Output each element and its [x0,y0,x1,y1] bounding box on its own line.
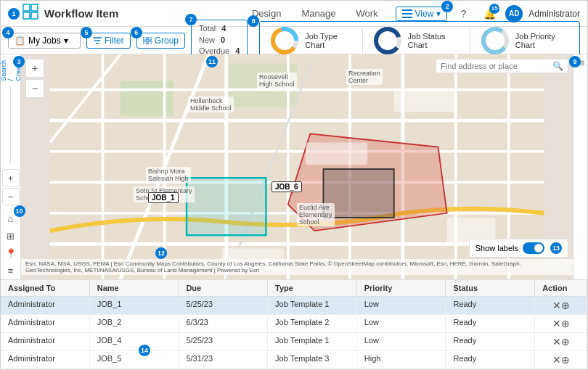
row4-due: 5/31/23 [179,351,268,369]
nav-work[interactable]: Work [353,7,380,20]
svg-rect-1 [31,4,38,11]
priority-chart-label: Job Priority Chart [515,32,571,49]
svg-rect-5 [402,13,412,15]
row1-action[interactable]: ✕⊕ [535,297,587,314]
col-type: Type [268,280,357,296]
callout-9: 9 [569,56,581,67]
callout-13: 13 [550,242,562,254]
callout-4: 4 [2,27,14,38]
map-zoom-out[interactable]: − [25,79,44,98]
jobs-dropdown[interactable]: 📋 My Jobs ▾ [8,33,81,49]
row2-assigned: Administrator [1,315,90,332]
bottom-table: Assigned To Name Due Type Priority Statu… [1,279,587,369]
view-button[interactable]: View ▾ [396,7,448,21]
col-assigned: Assigned To [1,280,90,296]
row2-action[interactable]: ✕⊕ [535,315,587,332]
table-row[interactable]: Administrator JOB_4 5/25/23 Job Template… [1,333,587,351]
map-container[interactable]: HollenbeckMiddle School Bishop MoraSales… [21,54,573,279]
callout-12: 12 [155,247,167,259]
table-row[interactable]: Administrator JOB_2 6/3/23 Job Template … [1,315,587,333]
job-type-chart: Job Type Chart [269,25,353,57]
show-labels-toggle[interactable]: Show labels 13 [469,239,568,258]
sidebar-zoom-in[interactable]: + [2,169,20,186]
svg-rect-0 [23,4,30,11]
new-label: New [199,35,215,46]
left-sidebar: 3 Search / Create + − 10 ⌂ ⊞ 📍 ≡ [1,54,21,279]
row2-status: Ready [446,315,535,332]
map-zoom-in[interactable]: + [25,59,44,78]
row1-due: 5/25/23 [179,297,268,314]
toolbar: 4 📋 My Jobs ▾ 5 Filter 6 Group 7 [1,27,587,54]
svg-rect-45 [306,143,367,165]
row4-assigned: Administrator [1,351,90,369]
dropdown-chevron: ▾ [64,36,68,46]
toggle-knob [534,244,543,252]
svg-rect-4 [402,9,412,11]
map-search-box[interactable]: 🔍 [436,59,568,73]
col-due: Due [179,280,268,296]
toggle-switch[interactable] [523,242,544,254]
svg-rect-13 [148,41,152,44]
group-button[interactable]: Group [136,33,185,49]
type-donut [269,25,301,57]
svg-rect-3 [31,12,38,19]
row4-priority: High [357,351,446,369]
sidebar-list[interactable]: ≡ [2,262,20,279]
row2-name: JOB_2 [90,315,179,332]
map-attribution: Esri, NASA, NGA, USGS, FEMA | Esri Commu… [21,259,573,275]
right-sidebar: 9 ||| [573,54,587,279]
show-labels-text: Show labels [475,244,518,252]
sidebar-pin[interactable]: 📍 [2,244,20,262]
sidebar-grid[interactable]: ⊞ [2,227,20,244]
priority-donut [479,25,511,57]
row3-action[interactable]: ✕⊕ [535,333,587,350]
svg-point-18 [376,29,399,52]
school-label-2: Bishop MoraSalesian High [146,167,191,183]
school-label-3: RooseveltHigh School [257,73,297,89]
page-title: Workflow Item [44,7,234,20]
row4-type: Job Template 3 [268,351,357,369]
callout-11: 11 [206,56,218,67]
admin-name: Administrator [528,9,580,19]
filter-button[interactable]: Filter [86,33,131,49]
header-nav: Design Manage Work [249,7,381,20]
svg-rect-47 [394,90,456,112]
new-value: 0 [221,35,225,46]
callout-15: 15 [489,4,499,14]
group-label: Group [155,36,179,46]
jobs-label: My Jobs [28,36,61,46]
table-body: Administrator JOB_1 5/25/23 Job Template… [1,297,587,369]
view-chevron: ▾ [436,9,441,19]
chart-divider-2 [470,28,470,54]
col-status: Status [446,280,535,296]
svg-rect-42 [187,178,266,235]
svg-rect-12 [143,41,147,44]
row4-status: Ready [446,351,535,369]
map-search-area: 🔍 [436,59,568,73]
nav-manage[interactable]: Manage [298,7,338,20]
sidebar-zoom-out[interactable]: − [2,188,20,205]
col-action: Action [535,280,587,296]
row3-type: Job Template 1 [268,333,357,350]
svg-rect-11 [148,37,152,40]
job-label-6: JOB_6 [271,181,302,192]
avatar: AD [505,5,523,22]
job-priority-chart: Job Priority Chart [479,25,571,57]
row4-name: JOB_5 [90,351,179,369]
status-donut [372,25,404,57]
table-row[interactable]: Administrator JOB_1 5/25/23 Job Template… [1,297,587,315]
row4-action[interactable]: ✕⊕ [535,351,587,369]
main-area: 3 Search / Create + − 10 ⌂ ⊞ 📍 ≡ [1,54,587,279]
callout-8: 8 [248,15,259,27]
status-chart-label: Job Status Chart [408,32,461,49]
table-row[interactable]: Administrator JOB_5 5/31/23 Job Template… [1,351,587,369]
app-logo [23,4,38,23]
row3-priority: Low [357,333,446,350]
map-search-input[interactable] [441,62,550,70]
map-toolbar: + − [25,59,44,98]
jobs-icon: 📋 [15,36,25,46]
search-icon[interactable]: 🔍 [552,61,563,71]
school-label-1: HollenbeckMiddle School [188,96,234,112]
callout-3: 3 [13,56,25,67]
row2-type: Job Template 2 [268,315,357,332]
